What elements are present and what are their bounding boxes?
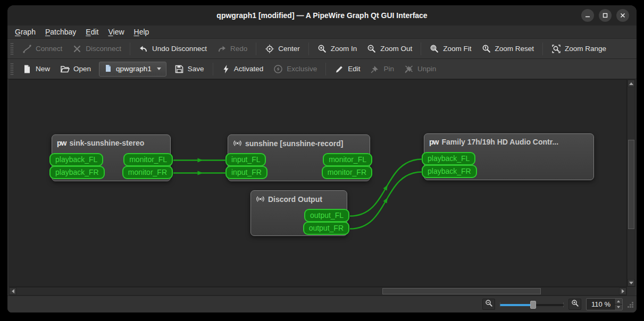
menu-edit[interactable]: Edit	[81, 27, 103, 37]
patchbay-file-combobox[interactable]: qpwgraph1	[99, 62, 166, 77]
spin-up-button[interactable]	[615, 299, 622, 304]
open-button[interactable]: Open	[56, 62, 95, 77]
zoom-fit-button[interactable]: Zoom Fit	[425, 41, 475, 56]
zoom-value: 110 %	[587, 299, 614, 310]
patchbay-toolbar: New Open qpwgraph1 Save Activated Exclus…	[7, 59, 637, 79]
zoom-fit-icon	[430, 44, 439, 54]
port-monitor_FL[interactable]: monitor_FL	[323, 153, 372, 166]
menu-help[interactable]: Help	[130, 27, 154, 37]
vertical-scrollbar[interactable]	[627, 79, 635, 287]
node-discord[interactable]: Discord Outputoutput_FLoutput_FR	[250, 190, 347, 236]
connection-arrow-icon	[198, 171, 203, 175]
port-output_FR[interactable]: output_FR	[303, 222, 349, 235]
toolbar-separator	[325, 63, 326, 75]
scroll-up-icon	[629, 82, 633, 85]
node-title: Discord Output	[268, 195, 322, 204]
circled-lightning-icon	[273, 64, 283, 74]
canvas[interactable]: pwsink-sunshine-stereoplayback_FLplaybac…	[9, 79, 627, 287]
center-button[interactable]: Center	[261, 41, 304, 56]
vertical-scrollbar-thumb[interactable]	[628, 140, 634, 229]
scroll-down-button[interactable]	[628, 279, 635, 286]
pencil-icon	[334, 64, 344, 74]
horizontal-scrollbar-thumb[interactable]	[382, 288, 541, 294]
node-header: pwsink-sunshine-stereo	[52, 135, 170, 151]
port-input_FL[interactable]: input_FL	[225, 153, 266, 166]
edit-button[interactable]: Edit	[330, 62, 364, 77]
node-family[interactable]: pwFamily 17h/19h HD Audio Contr...playba…	[424, 133, 594, 180]
unpin-icon	[404, 64, 414, 74]
port-playback_FL[interactable]: playback_FL	[49, 153, 103, 166]
zoom-in-button[interactable]: Zoom In	[313, 41, 362, 56]
disconnect-button[interactable]: Disconnect	[68, 41, 126, 56]
menu-graph[interactable]: Graph	[11, 27, 40, 37]
port-playback_FL[interactable]: playback_FL	[422, 152, 475, 165]
connect-icon	[22, 44, 32, 54]
zoom-slider-fill	[500, 304, 533, 306]
port-input_FR[interactable]: input_FR	[225, 166, 267, 179]
chevron-down-icon	[157, 67, 161, 70]
menu-bar: Graph Patchbay Edit View Help	[7, 26, 637, 39]
broadcast-icon	[256, 195, 265, 204]
statusbar-zoom-in-button[interactable]	[568, 299, 581, 310]
exclusive-button[interactable]: Exclusive	[269, 62, 321, 77]
broadcast-icon	[233, 139, 242, 148]
toolbar-drag-handle[interactable]	[11, 43, 13, 55]
undo-disconnect-button[interactable]: Undo Disconnect	[135, 41, 211, 56]
save-button[interactable]: Save	[170, 62, 208, 77]
toolbar-drag-handle[interactable]	[11, 63, 13, 75]
zoom-out-button[interactable]: Zoom Out	[363, 41, 416, 56]
node-sink[interactable]: pwsink-sunshine-stereoplayback_FLplaybac…	[52, 134, 171, 181]
spin-down-button[interactable]	[615, 304, 622, 310]
menu-view[interactable]: View	[104, 27, 128, 37]
pin-icon	[370, 64, 380, 74]
connection-arrow-icon	[383, 197, 390, 204]
node-header: Discord Output	[251, 191, 347, 207]
port-playback_FR[interactable]: playback_FR	[422, 165, 477, 178]
title-bar[interactable]: qpwgraph1 [modified] — A PipeWire Graph …	[7, 5, 637, 26]
connection-arrow-icon	[198, 158, 203, 163]
port-monitor_FR[interactable]: monitor_FR	[322, 166, 372, 179]
minimize-button[interactable]	[581, 9, 594, 22]
zoom-slider-handle[interactable]	[530, 301, 536, 309]
port-monitor_FR[interactable]: monitor_FR	[122, 166, 173, 179]
menu-patchbay[interactable]: Patchbay	[41, 27, 80, 37]
redo-button[interactable]: Redo	[213, 41, 252, 56]
patchbay-file-label: qpwgraph1	[116, 65, 152, 73]
pipewire-icon: pw	[429, 138, 438, 146]
unpin-button[interactable]: Unpin	[400, 62, 440, 77]
activated-button[interactable]: Activated	[218, 62, 268, 77]
toolbar-separator	[130, 43, 130, 55]
zoom-spinbox[interactable]: 110 %	[586, 298, 623, 310]
toolbar-separator	[542, 43, 543, 55]
zoom-range-icon	[551, 44, 561, 54]
toolbar-separator	[213, 63, 213, 75]
statusbar-zoom-out-button[interactable]	[482, 299, 495, 310]
status-bar: 110 %	[7, 295, 637, 312]
pin-button[interactable]: Pin	[366, 62, 398, 77]
maximize-button[interactable]	[599, 9, 612, 22]
horizontal-scrollbar[interactable]	[9, 287, 627, 295]
scroll-up-button[interactable]	[628, 80, 635, 87]
scroll-left-button[interactable]	[9, 288, 16, 295]
scroll-right-button[interactable]	[619, 288, 626, 295]
zoom-range-button[interactable]: Zoom Range	[547, 41, 610, 56]
save-icon	[174, 64, 184, 74]
node-header: sunshine [sunshine-record]	[228, 135, 370, 151]
canvas-row: pwsink-sunshine-stereoplayback_FLplaybac…	[7, 79, 637, 287]
zoom-slider[interactable]	[500, 300, 564, 309]
node-sunshine[interactable]: sunshine [sunshine-record]input_FLinput_…	[228, 134, 370, 181]
port-playback_FR[interactable]: playback_FR	[49, 166, 105, 179]
port-monitor_FL[interactable]: monitor_FL	[123, 153, 173, 166]
zoom-reset-button[interactable]: Zoom Reset	[478, 41, 539, 56]
new-button[interactable]: New	[18, 62, 54, 77]
connection-arrow-icon	[383, 184, 390, 191]
resize-grip[interactable]	[627, 301, 634, 310]
node-title: sink-sunshine-stereo	[69, 139, 144, 147]
node-title: Family 17h/19h HD Audio Contr...	[441, 138, 558, 146]
port-output_FL[interactable]: output_FL	[304, 209, 349, 222]
graph-toolbar: Connect Disconnect Undo Disconnect Redo …	[7, 39, 637, 59]
connect-button[interactable]: Connect	[18, 41, 66, 56]
close-button[interactable]	[616, 9, 629, 22]
spin-up-icon	[617, 300, 620, 302]
scroll-right-icon	[622, 289, 624, 293]
